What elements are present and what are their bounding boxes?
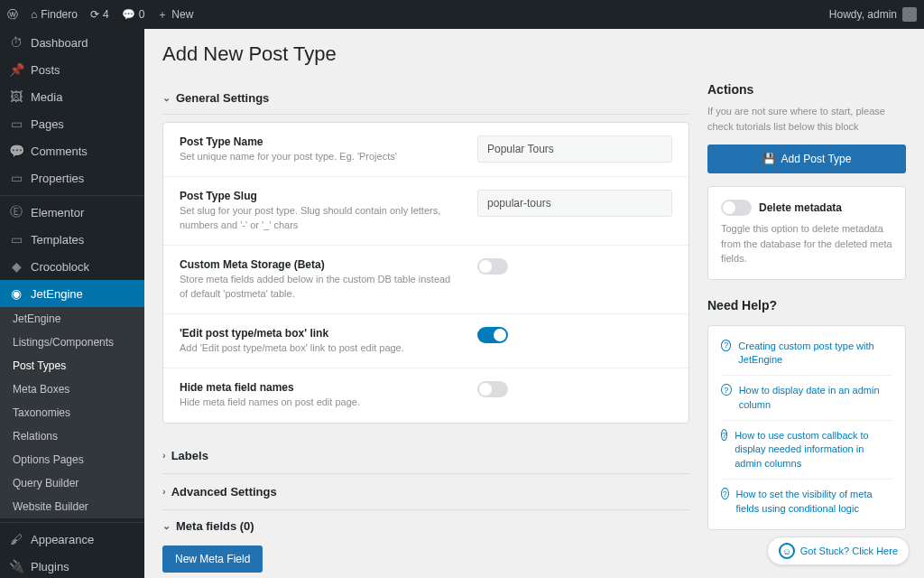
sidebar-item-comments[interactable]: 💬Comments — [0, 137, 144, 164]
field-slug-desc: Set slug for your post type. Slug should… — [180, 204, 459, 232]
field-editlink-desc: Add 'Edit post type/meta box' link to po… — [180, 341, 459, 355]
help-link-4[interactable]: How to set the visibility of meta fields… — [736, 488, 892, 516]
field-hidemeta-label: Hide meta field names — [180, 381, 459, 394]
field-slug-label: Post Type Slug — [180, 190, 459, 202]
account-menu[interactable]: Howdy, admin — [829, 7, 917, 22]
crocoblock-icon: ◆ — [9, 259, 23, 274]
brush-icon: 🖌 — [9, 532, 23, 546]
hide-meta-toggle[interactable] — [477, 381, 508, 397]
field-name-desc: Set unique name for your post type. Eg. … — [180, 150, 459, 163]
question-icon: ? — [721, 488, 729, 499]
chevron-down-icon: ⌄ — [162, 520, 171, 532]
sidebar-item-elementor[interactable]: ⒺElementor — [0, 195, 144, 226]
custom-meta-storage-toggle[interactable] — [477, 258, 508, 275]
comment-icon: 💬 — [9, 144, 23, 158]
edit-link-toggle[interactable] — [477, 327, 508, 343]
sidebar-item-media[interactable]: 🖼Media — [0, 83, 144, 110]
submenu-relations[interactable]: Relations — [0, 424, 144, 448]
question-icon: ? — [721, 340, 731, 351]
help-link-2[interactable]: How to display date in an admin column — [739, 384, 892, 412]
properties-icon: ▭ — [9, 171, 23, 185]
submenu-options-pages[interactable]: Options Pages — [0, 448, 144, 471]
submenu-listings[interactable]: Listings/Components — [0, 331, 144, 354]
refresh-icon: ⟳ — [90, 8, 99, 21]
field-storage-label: Custom Meta Storage (Beta) — [180, 258, 459, 271]
field-hidemeta-desc: Hide meta field names on post edit page. — [180, 396, 459, 409]
pin-icon: 📌 — [9, 62, 23, 77]
chevron-right-icon: › — [162, 450, 166, 461]
wordpress-icon: ⓦ — [7, 7, 18, 23]
new-meta-field-button[interactable]: New Meta Field — [162, 545, 263, 573]
got-stuck-button[interactable]: ☺ Got Stuck? Click Here — [767, 536, 910, 565]
submenu-website-builder[interactable]: Website Builder — [0, 495, 144, 518]
elementor-icon: Ⓔ — [9, 205, 23, 219]
sidebar-item-plugins[interactable]: 🔌Plugins — [0, 553, 144, 578]
avatar — [902, 7, 917, 22]
delete-metadata-toggle[interactable] — [721, 200, 752, 216]
post-type-slug-input[interactable] — [477, 190, 672, 217]
submenu-post-types[interactable]: Post Types — [0, 354, 144, 378]
sidebar-submenu: JetEngine Listings/Components Post Types… — [0, 307, 144, 518]
sidebar-item-dashboard[interactable]: ⏱Dashboard — [0, 29, 144, 56]
help-link-3[interactable]: How to use custom callback to display ne… — [735, 429, 892, 471]
sidebar-item-crocoblock[interactable]: ◆Crocoblock — [0, 253, 144, 280]
section-general-settings[interactable]: ⌄General Settings — [162, 82, 689, 115]
admin-sidebar: ⏱Dashboard 📌Posts 🖼Media ▭Pages 💬Comment… — [0, 29, 144, 578]
updates-link[interactable]: ⟳4 — [90, 8, 109, 21]
comments-link[interactable]: 💬0 — [122, 8, 145, 21]
add-post-type-button[interactable]: 💾Add Post Type — [707, 144, 906, 173]
section-labels[interactable]: ›Labels — [162, 438, 689, 474]
question-icon: ? — [721, 429, 727, 441]
sidebar-item-jetengine[interactable]: ◉JetEngine — [0, 280, 144, 307]
help-link-1[interactable]: Creating custom post type with JetEngine — [738, 340, 892, 368]
delete-metadata-desc: Toggle this option to delete metadata fr… — [721, 221, 892, 266]
submenu-taxonomies[interactable]: Taxonomies — [0, 401, 144, 424]
admin-topbar: ⓦ ⌂Findero ⟳4 💬0 ＋New Howdy, admin — [0, 0, 924, 29]
dashboard-icon: ⏱ — [9, 35, 23, 50]
sidebar-item-appearance[interactable]: 🖌Appearance — [0, 522, 144, 553]
templates-icon: ▭ — [9, 232, 23, 247]
section-meta-fields[interactable]: ⌄Meta fields (0) — [162, 510, 689, 542]
support-icon: ☺ — [779, 543, 795, 559]
section-advanced-settings[interactable]: ›Advanced Settings — [162, 474, 689, 510]
chevron-down-icon: ⌄ — [162, 92, 171, 104]
page-icon: ▭ — [9, 117, 23, 131]
actions-desc: If you are not sure where to start, plea… — [707, 104, 906, 134]
new-link[interactable]: ＋New — [157, 7, 193, 23]
wp-logo[interactable]: ⓦ — [7, 7, 18, 23]
question-icon: ? — [721, 384, 732, 396]
page-title: Add New Post Type — [162, 42, 906, 66]
plugin-icon: 🔌 — [9, 559, 23, 573]
jetengine-icon: ◉ — [9, 286, 23, 301]
sidebar-item-properties[interactable]: ▭Properties — [0, 164, 144, 191]
actions-title: Actions — [707, 82, 906, 97]
main-content: Add New Post Type ⌄General Settings Post… — [144, 29, 924, 578]
media-icon: 🖼 — [9, 89, 23, 104]
submenu-meta-boxes[interactable]: Meta Boxes — [0, 378, 144, 401]
submenu-query-builder[interactable]: Query Builder — [0, 471, 144, 495]
delete-metadata-label: Delete metadata — [759, 201, 842, 214]
save-icon: 💾 — [762, 153, 776, 165]
post-type-name-input[interactable] — [477, 135, 672, 163]
site-link[interactable]: ⌂Findero — [31, 8, 78, 21]
sidebar-item-posts[interactable]: 📌Posts — [0, 56, 144, 83]
sidebar-item-pages[interactable]: ▭Pages — [0, 110, 144, 137]
plus-icon: ＋ — [157, 7, 168, 23]
home-icon: ⌂ — [31, 8, 37, 21]
submenu-jetengine[interactable]: JetEngine — [0, 307, 144, 331]
chevron-right-icon: › — [162, 486, 166, 497]
field-storage-desc: Store meta fields added below in the cus… — [180, 273, 459, 301]
general-settings-panel: Post Type Name Set unique name for your … — [162, 122, 689, 424]
field-name-label: Post Type Name — [180, 135, 459, 148]
comment-icon: 💬 — [122, 8, 135, 21]
field-editlink-label: 'Edit post type/meta box' link — [180, 327, 459, 340]
sidebar-item-templates[interactable]: ▭Templates — [0, 226, 144, 253]
help-title: Need Help? — [707, 298, 906, 312]
